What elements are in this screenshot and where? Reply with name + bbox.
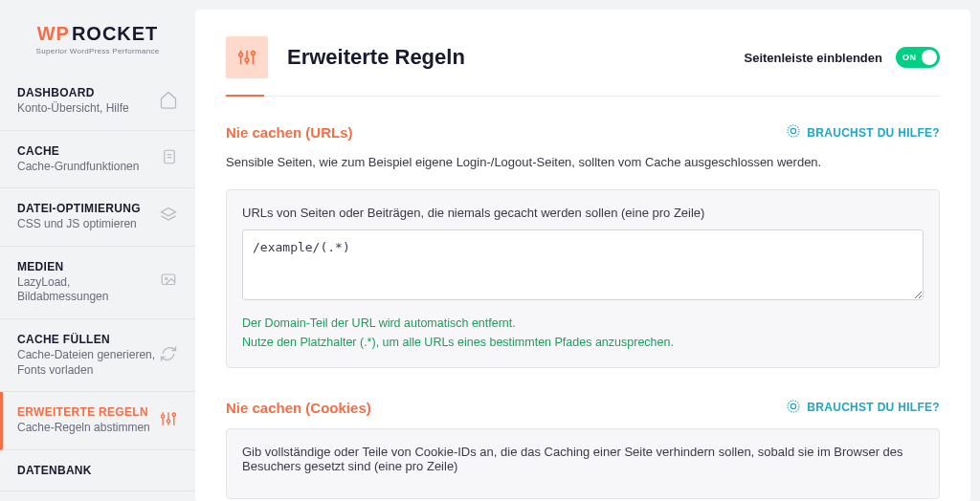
refresh-icon [159,344,178,367]
sidebar-item-label: DATEI-OPTIMIERUNG [17,202,141,215]
svg-point-20 [788,401,799,412]
sidebar-item-dashboard[interactable]: DASHBOARD Konto-Übersicht, Hilfe [0,73,195,131]
page-icon [226,36,268,78]
section-title: Nie cachen (Cookies) [226,400,371,416]
sidebar-item-cache[interactable]: CACHE Cache-Grundfunktionen [0,131,195,189]
svg-point-17 [252,52,256,55]
sidebar-item-desc: Cache-Grundfunktionen [17,160,139,175]
sliders-icon [159,409,178,432]
sidebar-item-label: MEDIEN [17,260,159,273]
sidebar-item-label: ERWEITERTE REGELN [17,405,150,419]
layers-icon [159,206,178,229]
svg-point-5 [166,278,167,280]
sidebar-item-desc: LazyLoad, Bildabmessungen [17,275,159,305]
sidebar-item-label: DASHBOARD [17,86,129,99]
main-content: Erweiterte Regeln Seitenleiste einblende… [195,10,970,501]
toggle-knob [922,50,937,65]
sidebar-item-advanced-rules[interactable]: ERWEITERTE REGELN Cache-Regeln abstimmen [0,392,195,450]
page-header: Erweiterte Regeln Seitenleiste einblende… [226,36,940,97]
svg-point-9 [167,420,169,423]
sidebar-item-database[interactable]: DATENBANK [0,450,195,491]
never-cache-urls-textarea[interactable] [242,229,924,300]
section-never-cache-urls: Nie cachen (URLs) BRAUCHST DU HILFE? Sen… [226,123,940,368]
sidebar-item-desc: Konto-Übersicht, Hilfe [17,101,129,117]
help-link-label: BRAUCHST DU HILFE? [807,126,940,140]
sidebar-item-desc: CSS und JS optimieren [17,217,141,232]
svg-point-21 [791,403,796,408]
sidebar-item-preload[interactable]: CACHE FÜLLEN Cache-Dateien generieren, F… [0,319,195,392]
section-never-cache-cookies: Nie cachen (Cookies) BRAUCHST DU HILFE? … [226,399,940,499]
page-title: Erweiterte Regeln [287,45,465,70]
section-title: Nie cachen (URLs) [226,124,353,141]
section-desc: Sensible Seiten, wie zum Beispiel eigene… [226,153,940,172]
svg-rect-4 [162,274,175,285]
help-icon [786,123,801,142]
sidebar-item-label: CACHE [17,144,139,158]
logo-wp: WP [37,23,70,45]
svg-point-13 [239,53,243,56]
logo-rocket: ROCKET [72,23,158,45]
home-icon [159,90,178,113]
sidebar-item-file-optimization[interactable]: DATEI-OPTIMIERUNG CSS und JS optimieren [0,188,195,247]
image-icon [159,272,178,293]
field-label: URLs von Seiten oder Beiträgen, die niem… [242,206,924,220]
help-link[interactable]: BRAUCHST DU HILFE? [786,399,940,417]
svg-marker-3 [162,207,176,215]
sidebar-item-desc: Cache-Regeln abstimmen [17,421,150,436]
sidebar-item-label: CACHE FÜLLEN [17,333,159,346]
svg-point-7 [162,415,165,418]
svg-point-18 [788,125,799,137]
sidebar-item-media[interactable]: MEDIEN LazyLoad, Bildabmessungen [0,247,195,319]
toggle-state-label: ON [902,53,917,62]
sidebar: WP ROCKET Superior WordPress Performance… [0,0,195,501]
field-label: Gib vollständige oder Teile von Cookie-I… [242,445,924,473]
svg-point-19 [791,128,796,133]
svg-rect-0 [165,151,175,164]
logo-tagline: Superior WordPress Performance [36,47,160,55]
sidebar-toggle-label: Seitenleiste einblenden [745,51,883,65]
help-link[interactable]: BRAUCHST DU HILFE? [786,123,940,142]
sidebar-item-label: DATENBANK [17,464,92,477]
help-icon [786,399,801,417]
field-box: Gib vollständige oder Teile von Cookie-I… [226,428,940,499]
field-box: URLs von Seiten oder Beiträgen, die niem… [226,189,940,368]
svg-point-15 [245,58,249,62]
logo: WP ROCKET Superior WordPress Performance [0,0,195,73]
svg-point-11 [172,413,175,416]
help-link-label: BRAUCHST DU HILFE? [807,401,940,414]
file-icon [161,147,178,170]
field-hint: Der Domain-Teil der URL wird automatisch… [242,314,924,352]
sidebar-toggle[interactable]: ON [896,47,940,68]
sidebar-item-desc: Cache-Dateien generieren, Fonts vorladen [17,348,159,378]
